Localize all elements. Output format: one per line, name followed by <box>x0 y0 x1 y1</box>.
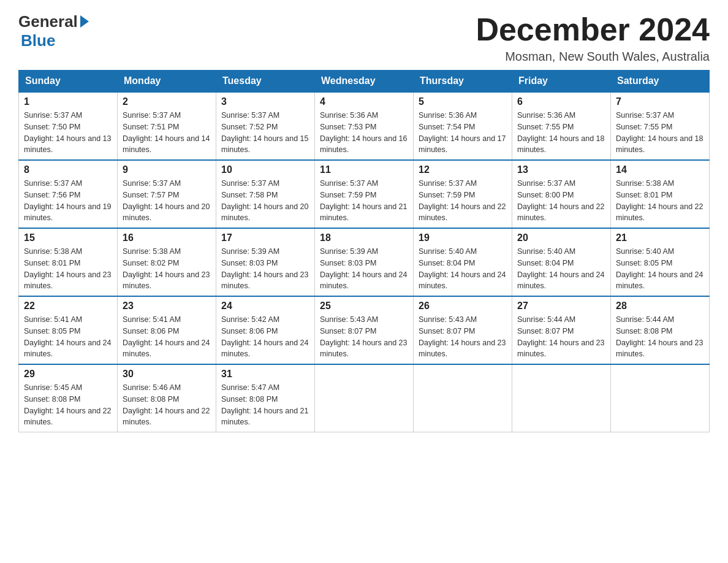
day-info: Sunrise: 5:47 AMSunset: 8:08 PMDaylight:… <box>221 382 309 428</box>
day-number: 30 <box>123 369 211 380</box>
day-info: Sunrise: 5:46 AMSunset: 8:08 PMDaylight:… <box>123 382 211 428</box>
day-number: 4 <box>320 96 408 107</box>
calendar-day-cell: 28Sunrise: 5:44 AMSunset: 8:08 PMDayligh… <box>611 296 710 364</box>
day-number: 16 <box>123 232 211 243</box>
calendar-day-cell <box>315 364 414 432</box>
calendar-week-row: 1Sunrise: 5:37 AMSunset: 7:50 PMDaylight… <box>19 92 710 160</box>
day-info: Sunrise: 5:41 AMSunset: 8:06 PMDaylight:… <box>123 314 211 360</box>
calendar-day-cell: 2Sunrise: 5:37 AMSunset: 7:51 PMDaylight… <box>118 92 216 160</box>
day-info: Sunrise: 5:37 AMSunset: 7:52 PMDaylight:… <box>221 110 309 156</box>
calendar-day-cell <box>611 364 710 432</box>
calendar-day-cell: 19Sunrise: 5:40 AMSunset: 8:04 PMDayligh… <box>414 228 512 296</box>
day-number: 28 <box>616 301 704 312</box>
weekday-header-row: SundayMondayTuesdayWednesdayThursdayFrid… <box>19 71 710 93</box>
calendar-day-cell: 31Sunrise: 5:47 AMSunset: 8:08 PMDayligh… <box>216 364 315 432</box>
calendar-day-cell: 12Sunrise: 5:37 AMSunset: 7:59 PMDayligh… <box>414 160 512 228</box>
weekday-header-wednesday: Wednesday <box>315 71 414 93</box>
day-number: 19 <box>419 232 507 243</box>
day-info: Sunrise: 5:38 AMSunset: 8:01 PMDaylight:… <box>616 178 704 224</box>
day-info: Sunrise: 5:44 AMSunset: 8:07 PMDaylight:… <box>517 314 605 360</box>
day-info: Sunrise: 5:43 AMSunset: 8:07 PMDaylight:… <box>320 314 408 360</box>
day-number: 13 <box>517 164 605 175</box>
page-header: General Blue December 2024 Mosman, New S… <box>18 12 710 64</box>
day-number: 26 <box>419 301 507 312</box>
day-info: Sunrise: 5:37 AMSunset: 7:56 PMDaylight:… <box>24 178 112 224</box>
weekday-header-saturday: Saturday <box>611 71 710 93</box>
day-number: 6 <box>517 96 605 107</box>
day-info: Sunrise: 5:37 AMSunset: 7:58 PMDaylight:… <box>221 178 309 224</box>
calendar-day-cell: 17Sunrise: 5:39 AMSunset: 8:03 PMDayligh… <box>216 228 315 296</box>
weekday-header-tuesday: Tuesday <box>216 71 315 93</box>
logo: General Blue <box>18 12 89 50</box>
weekday-header-sunday: Sunday <box>19 71 118 93</box>
calendar-day-cell: 20Sunrise: 5:40 AMSunset: 8:04 PMDayligh… <box>512 228 611 296</box>
day-info: Sunrise: 5:40 AMSunset: 8:04 PMDaylight:… <box>517 246 605 292</box>
calendar-day-cell: 4Sunrise: 5:36 AMSunset: 7:53 PMDaylight… <box>315 92 414 160</box>
calendar-day-cell: 27Sunrise: 5:44 AMSunset: 8:07 PMDayligh… <box>512 296 611 364</box>
day-number: 2 <box>123 96 211 107</box>
calendar-day-cell: 15Sunrise: 5:38 AMSunset: 8:01 PMDayligh… <box>19 228 118 296</box>
logo-general-text: General <box>18 12 78 31</box>
calendar-day-cell: 21Sunrise: 5:40 AMSunset: 8:05 PMDayligh… <box>611 228 710 296</box>
calendar-day-cell <box>512 364 611 432</box>
day-info: Sunrise: 5:36 AMSunset: 7:53 PMDaylight:… <box>320 110 408 156</box>
day-number: 1 <box>24 96 112 107</box>
calendar-day-cell: 8Sunrise: 5:37 AMSunset: 7:56 PMDaylight… <box>19 160 118 228</box>
calendar-day-cell: 1Sunrise: 5:37 AMSunset: 7:50 PMDaylight… <box>19 92 118 160</box>
day-info: Sunrise: 5:37 AMSunset: 7:57 PMDaylight:… <box>123 178 211 224</box>
day-number: 14 <box>616 164 704 175</box>
day-info: Sunrise: 5:37 AMSunset: 7:59 PMDaylight:… <box>419 178 507 224</box>
calendar-day-cell: 30Sunrise: 5:46 AMSunset: 8:08 PMDayligh… <box>118 364 216 432</box>
day-info: Sunrise: 5:37 AMSunset: 7:50 PMDaylight:… <box>24 110 112 156</box>
day-info: Sunrise: 5:37 AMSunset: 7:51 PMDaylight:… <box>123 110 211 156</box>
calendar-week-row: 8Sunrise: 5:37 AMSunset: 7:56 PMDaylight… <box>19 160 710 228</box>
calendar-day-cell <box>414 364 512 432</box>
calendar-day-cell: 6Sunrise: 5:36 AMSunset: 7:55 PMDaylight… <box>512 92 611 160</box>
day-info: Sunrise: 5:39 AMSunset: 8:03 PMDaylight:… <box>221 246 309 292</box>
day-info: Sunrise: 5:40 AMSunset: 8:04 PMDaylight:… <box>419 246 507 292</box>
day-number: 20 <box>517 232 605 243</box>
day-info: Sunrise: 5:37 AMSunset: 7:55 PMDaylight:… <box>616 110 704 156</box>
day-number: 27 <box>517 301 605 312</box>
calendar-table: SundayMondayTuesdayWednesdayThursdayFrid… <box>18 70 710 432</box>
calendar-day-cell: 29Sunrise: 5:45 AMSunset: 8:08 PMDayligh… <box>19 364 118 432</box>
calendar-day-cell: 23Sunrise: 5:41 AMSunset: 8:06 PMDayligh… <box>118 296 216 364</box>
day-info: Sunrise: 5:37 AMSunset: 7:59 PMDaylight:… <box>320 178 408 224</box>
calendar-week-row: 29Sunrise: 5:45 AMSunset: 8:08 PMDayligh… <box>19 364 710 432</box>
day-number: 10 <box>221 164 309 175</box>
day-info: Sunrise: 5:41 AMSunset: 8:05 PMDaylight:… <box>24 314 112 360</box>
calendar-day-cell: 16Sunrise: 5:38 AMSunset: 8:02 PMDayligh… <box>118 228 216 296</box>
day-number: 5 <box>419 96 507 107</box>
calendar-day-cell: 18Sunrise: 5:39 AMSunset: 8:03 PMDayligh… <box>315 228 414 296</box>
day-number: 18 <box>320 232 408 243</box>
calendar-day-cell: 22Sunrise: 5:41 AMSunset: 8:05 PMDayligh… <box>19 296 118 364</box>
day-number: 29 <box>24 369 112 380</box>
day-number: 22 <box>24 301 112 312</box>
day-info: Sunrise: 5:37 AMSunset: 8:00 PMDaylight:… <box>517 178 605 224</box>
day-number: 23 <box>123 301 211 312</box>
day-info: Sunrise: 5:38 AMSunset: 8:01 PMDaylight:… <box>24 246 112 292</box>
calendar-week-row: 22Sunrise: 5:41 AMSunset: 8:05 PMDayligh… <box>19 296 710 364</box>
day-info: Sunrise: 5:38 AMSunset: 8:02 PMDaylight:… <box>123 246 211 292</box>
weekday-header-monday: Monday <box>118 71 216 93</box>
day-info: Sunrise: 5:44 AMSunset: 8:08 PMDaylight:… <box>616 314 704 360</box>
weekday-header-thursday: Thursday <box>414 71 512 93</box>
day-number: 31 <box>221 369 309 380</box>
weekday-header-friday: Friday <box>512 71 611 93</box>
day-number: 21 <box>616 232 704 243</box>
day-number: 3 <box>221 96 309 107</box>
day-number: 17 <box>221 232 309 243</box>
day-number: 9 <box>123 164 211 175</box>
day-number: 12 <box>419 164 507 175</box>
day-number: 15 <box>24 232 112 243</box>
calendar-day-cell: 5Sunrise: 5:36 AMSunset: 7:54 PMDaylight… <box>414 92 512 160</box>
day-info: Sunrise: 5:42 AMSunset: 8:06 PMDaylight:… <box>221 314 309 360</box>
logo-blue-text: Blue <box>21 31 55 50</box>
calendar-week-row: 15Sunrise: 5:38 AMSunset: 8:01 PMDayligh… <box>19 228 710 296</box>
calendar-day-cell: 13Sunrise: 5:37 AMSunset: 8:00 PMDayligh… <box>512 160 611 228</box>
logo-triangle-icon <box>80 15 89 28</box>
calendar-day-cell: 11Sunrise: 5:37 AMSunset: 7:59 PMDayligh… <box>315 160 414 228</box>
calendar-day-cell: 7Sunrise: 5:37 AMSunset: 7:55 PMDaylight… <box>611 92 710 160</box>
day-info: Sunrise: 5:36 AMSunset: 7:54 PMDaylight:… <box>419 110 507 156</box>
calendar-day-cell: 10Sunrise: 5:37 AMSunset: 7:58 PMDayligh… <box>216 160 315 228</box>
